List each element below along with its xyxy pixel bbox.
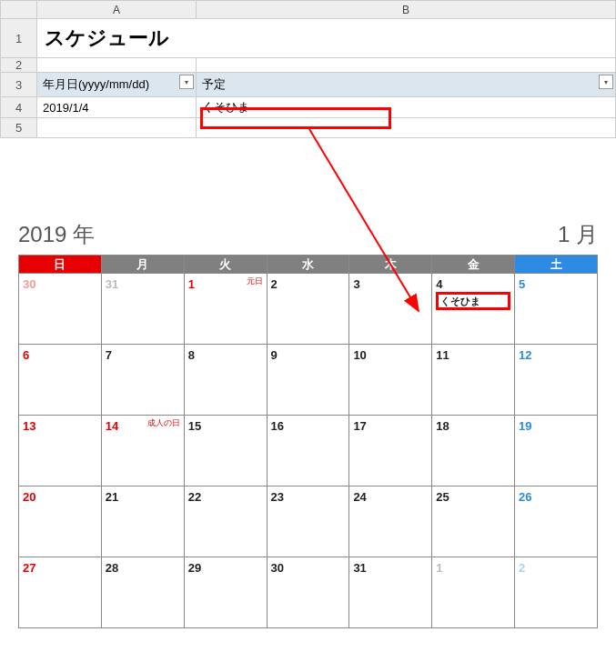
cell-date[interactable]: 2019/1/4 bbox=[37, 97, 197, 118]
daynum: 30 bbox=[23, 277, 35, 291]
cal-cell-w1-tue[interactable]: 1元日 bbox=[184, 274, 267, 345]
cal-cell-w3-mon[interactable]: 14成人の日 bbox=[101, 416, 184, 486]
cal-cell-w2-wed[interactable]: 9 bbox=[267, 345, 349, 416]
header-plan[interactable]: 予定 ▾ bbox=[197, 73, 616, 97]
daynum: 18 bbox=[436, 419, 449, 433]
daynum: 7 bbox=[106, 348, 112, 362]
daynum: 2 bbox=[271, 277, 278, 291]
cal-cell-w2-sat[interactable]: 12 bbox=[515, 345, 598, 416]
title-cell[interactable]: スケジュール bbox=[37, 19, 616, 58]
row-5: 5 bbox=[1, 118, 616, 138]
row-header-5[interactable]: 5 bbox=[1, 118, 37, 138]
cal-cell-w3-fri[interactable]: 18 bbox=[432, 416, 515, 486]
row-header-1[interactable]: 1 bbox=[1, 19, 37, 58]
cal-cell-w1-thu[interactable]: 3 bbox=[349, 274, 432, 345]
daynum: 22 bbox=[188, 490, 201, 504]
calendar-week-2: 6 7 8 9 10 11 12 bbox=[19, 345, 598, 416]
calendar-header: 2019 年 1 月 bbox=[18, 220, 598, 249]
dayhead-wed: 水 bbox=[267, 256, 349, 274]
spreadsheet: A B 1 スケジュール 2 3 年月日(yyyy/mm/dd) ▾ 予定 ▾ … bbox=[0, 0, 616, 138]
daynum: 14 bbox=[106, 419, 118, 433]
select-all-corner[interactable] bbox=[1, 1, 37, 19]
cal-cell-w5-mon[interactable]: 28 bbox=[101, 557, 184, 628]
cal-cell-w5-thu[interactable]: 31 bbox=[349, 557, 432, 628]
cal-cell-w5-tue[interactable]: 29 bbox=[184, 557, 267, 628]
dayhead-mon: 月 bbox=[101, 256, 184, 274]
cal-cell-w2-sun[interactable]: 6 bbox=[19, 345, 102, 416]
daynum: 19 bbox=[519, 419, 531, 433]
calendar-week-3: 13 14成人の日 15 16 17 18 19 bbox=[19, 416, 598, 486]
calendar-week-1: 30 31 1元日 2 3 4くそひま 5 bbox=[19, 274, 598, 345]
header-date-label: 年月日(yyyy/mm/dd) bbox=[43, 77, 149, 91]
dayhead-fri: 金 bbox=[432, 256, 515, 274]
cell-b2[interactable] bbox=[197, 58, 616, 73]
daynum: 4 bbox=[436, 277, 442, 291]
daynum: 31 bbox=[106, 277, 118, 291]
dayhead-thu: 木 bbox=[349, 256, 432, 274]
header-plan-label: 予定 bbox=[202, 77, 226, 91]
cal-cell-w1-sat[interactable]: 5 bbox=[515, 274, 598, 345]
daynum: 17 bbox=[353, 419, 366, 433]
cal-cell-w4-tue[interactable]: 22 bbox=[184, 486, 267, 557]
row-header-4[interactable]: 4 bbox=[1, 97, 37, 118]
daynum: 31 bbox=[353, 561, 366, 575]
cal-cell-w3-tue[interactable]: 15 bbox=[184, 416, 267, 486]
daynum: 5 bbox=[519, 277, 525, 291]
daynum: 16 bbox=[271, 419, 284, 433]
cal-cell-w1-wed[interactable]: 2 bbox=[267, 274, 349, 345]
row-1: 1 スケジュール bbox=[1, 19, 616, 58]
daynum: 8 bbox=[188, 348, 195, 362]
holiday-label: 成人の日 bbox=[147, 417, 180, 429]
cal-cell-w1-sun[interactable]: 30 bbox=[19, 274, 102, 345]
filter-dropdown-date[interactable]: ▾ bbox=[179, 75, 194, 89]
daynum: 21 bbox=[106, 490, 118, 504]
cal-cell-w4-wed[interactable]: 23 bbox=[267, 486, 349, 557]
daynum: 30 bbox=[271, 561, 284, 575]
daynum: 1 bbox=[436, 561, 442, 575]
daynum: 28 bbox=[106, 561, 118, 575]
daynum: 26 bbox=[519, 490, 531, 504]
cal-cell-w4-sat[interactable]: 26 bbox=[515, 486, 598, 557]
cal-cell-w3-thu[interactable]: 17 bbox=[349, 416, 432, 486]
daynum: 27 bbox=[23, 561, 35, 575]
cal-cell-w3-sun[interactable]: 13 bbox=[19, 416, 102, 486]
cal-cell-w5-sun[interactable]: 27 bbox=[19, 557, 102, 628]
header-date[interactable]: 年月日(yyyy/mm/dd) ▾ bbox=[37, 73, 197, 97]
cal-cell-w2-mon[interactable]: 7 bbox=[101, 345, 184, 416]
cell-a5[interactable] bbox=[37, 118, 197, 138]
cal-cell-w4-mon[interactable]: 21 bbox=[101, 486, 184, 557]
column-header-b[interactable]: B bbox=[197, 1, 616, 19]
daynum: 20 bbox=[23, 490, 35, 504]
cal-cell-w1-fri[interactable]: 4くそひま bbox=[432, 274, 515, 345]
row-2: 2 bbox=[1, 58, 616, 73]
cal-cell-w3-sat[interactable]: 19 bbox=[515, 416, 598, 486]
calendar-grid: 日 月 火 水 木 金 土 30 31 1元日 2 3 4くそひま 5 6 7 … bbox=[18, 255, 598, 628]
cal-cell-w2-thu[interactable]: 10 bbox=[349, 345, 432, 416]
cell-plan[interactable]: くそひま bbox=[197, 97, 616, 118]
cal-cell-w4-fri[interactable]: 25 bbox=[432, 486, 515, 557]
cal-cell-w5-fri[interactable]: 1 bbox=[432, 557, 515, 628]
daynum: 11 bbox=[436, 348, 449, 362]
cal-cell-w5-sat[interactable]: 2 bbox=[515, 557, 598, 628]
event-label: くそひま bbox=[436, 292, 510, 310]
calendar-year: 2019 年 bbox=[18, 220, 95, 249]
cal-cell-w4-sun[interactable]: 20 bbox=[19, 486, 102, 557]
cal-cell-w4-thu[interactable]: 24 bbox=[349, 486, 432, 557]
cal-cell-w2-tue[interactable]: 8 bbox=[184, 345, 267, 416]
cell-a2[interactable] bbox=[37, 58, 197, 73]
cell-b5[interactable] bbox=[197, 118, 616, 138]
daynum: 1 bbox=[188, 277, 195, 291]
daynum: 10 bbox=[353, 348, 366, 362]
column-header-a[interactable]: A bbox=[37, 1, 197, 19]
row-header-3[interactable]: 3 bbox=[1, 73, 37, 97]
cal-cell-w3-wed[interactable]: 16 bbox=[267, 416, 349, 486]
cal-cell-w1-mon[interactable]: 31 bbox=[101, 274, 184, 345]
cal-cell-w5-wed[interactable]: 30 bbox=[267, 557, 349, 628]
row-3: 3 年月日(yyyy/mm/dd) ▾ 予定 ▾ bbox=[1, 73, 616, 97]
row-header-2[interactable]: 2 bbox=[1, 58, 37, 73]
cal-cell-w2-fri[interactable]: 11 bbox=[432, 345, 515, 416]
filter-dropdown-plan[interactable]: ▾ bbox=[599, 75, 613, 89]
calendar-week-4: 20 21 22 23 24 25 26 bbox=[19, 486, 598, 557]
daynum: 23 bbox=[271, 490, 284, 504]
daynum: 6 bbox=[23, 348, 29, 362]
